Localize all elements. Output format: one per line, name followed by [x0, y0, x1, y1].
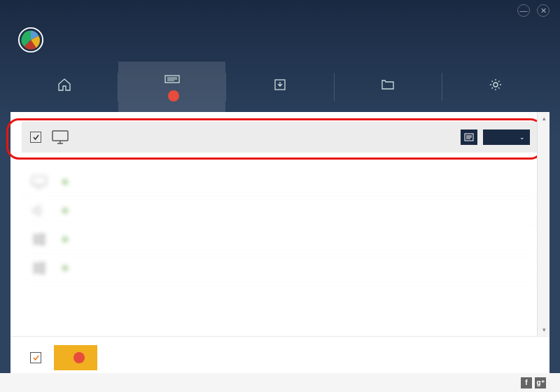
blurred-driver-list: [22, 168, 538, 283]
svg-rect-22: [34, 269, 38, 273]
scroll-down-icon[interactable]: ▾: [538, 323, 550, 336]
scrollbar[interactable]: ▴ ▾: [537, 112, 550, 336]
svg-rect-19: [40, 240, 45, 245]
row-actions: ⌄: [461, 130, 530, 145]
monitor-icon: [30, 174, 48, 190]
status-dot-icon: [62, 265, 68, 271]
facebook-icon[interactable]: f: [521, 377, 532, 388]
details-button[interactable]: [461, 130, 477, 145]
windows-icon: [30, 231, 48, 248]
driver-row-featured: ⌄: [22, 122, 538, 153]
title-bar: — ✕: [0, 0, 560, 21]
app-logo-icon: [18, 27, 44, 53]
main-tabs: [10, 62, 550, 112]
svg-rect-23: [40, 269, 45, 274]
social-links: f g⁺: [521, 377, 546, 388]
updates-badge: [168, 90, 179, 102]
minimize-button[interactable]: —: [517, 4, 530, 17]
list-item: [22, 254, 538, 283]
svg-rect-20: [34, 263, 38, 267]
restore-icon: [380, 78, 396, 92]
close-button[interactable]: ✕: [537, 4, 550, 17]
audio-icon: [30, 202, 48, 219]
checkbox[interactable]: [30, 132, 41, 143]
scroll-up-icon[interactable]: ▴: [538, 112, 550, 125]
chevron-down-icon[interactable]: ⌄: [514, 134, 530, 141]
tab-updates-label: [164, 90, 179, 102]
tab-settings[interactable]: [442, 62, 550, 112]
app-header: [0, 21, 560, 62]
svg-rect-18: [34, 240, 38, 244]
list-item: [22, 197, 538, 225]
home-icon: [57, 78, 72, 92]
status-dot-icon: [62, 237, 68, 242]
footer-panel: [10, 336, 550, 379]
updates-icon: [164, 72, 180, 86]
svg-point-6: [493, 83, 498, 87]
monitor-icon: [51, 129, 69, 146]
google-plus-icon[interactable]: g⁺: [535, 377, 546, 388]
status-dot-icon: [62, 179, 68, 185]
gear-icon: [488, 78, 503, 92]
app-window: — ✕: [0, 0, 560, 392]
backup-icon: [272, 78, 288, 92]
status-dot-icon: [62, 208, 68, 214]
svg-rect-14: [32, 176, 46, 186]
list-item: [22, 225, 538, 254]
content-panel: ⌄ ▴: [10, 112, 550, 336]
svg-rect-7: [52, 131, 68, 141]
checkbox-all[interactable]: [30, 352, 41, 363]
tab-restore[interactable]: [335, 62, 442, 112]
install-badge: [74, 352, 85, 363]
svg-rect-16: [34, 234, 38, 239]
windows-icon: [30, 260, 48, 276]
update-button[interactable]: ⌄: [483, 130, 530, 145]
tab-home[interactable]: [10, 62, 118, 112]
svg-rect-17: [40, 234, 45, 239]
svg-rect-21: [40, 262, 45, 267]
status-bar: f g⁺: [0, 373, 560, 392]
tab-backup[interactable]: [226, 62, 333, 112]
download-install-button[interactable]: [54, 345, 97, 370]
tab-driver-updates[interactable]: [118, 62, 225, 112]
list-item: [22, 168, 538, 197]
driver-info: [79, 137, 451, 138]
